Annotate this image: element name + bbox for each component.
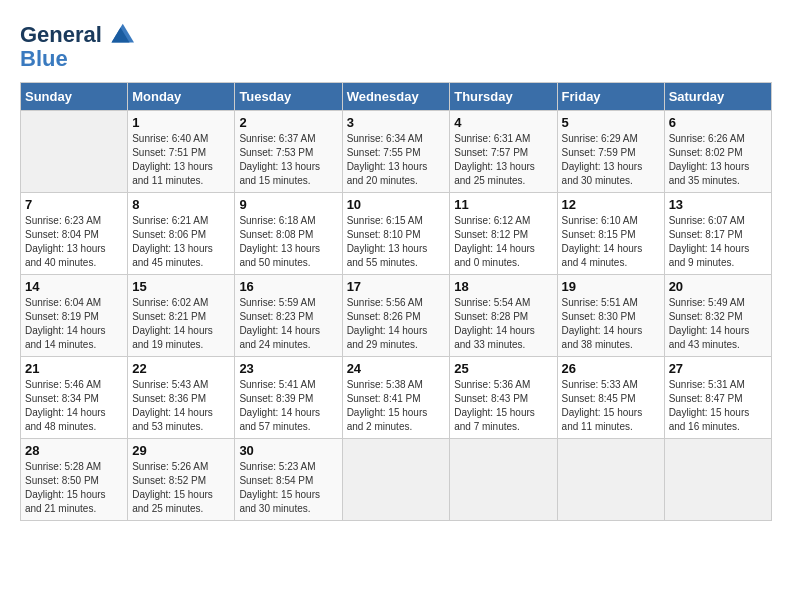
calendar-cell: 12Sunrise: 6:10 AMSunset: 8:15 PMDayligh… <box>557 193 664 275</box>
calendar-cell: 9Sunrise: 6:18 AMSunset: 8:08 PMDaylight… <box>235 193 342 275</box>
day-number: 11 <box>454 197 552 212</box>
calendar-cell: 7Sunrise: 6:23 AMSunset: 8:04 PMDaylight… <box>21 193 128 275</box>
calendar-cell <box>664 439 771 521</box>
calendar-cell: 26Sunrise: 5:33 AMSunset: 8:45 PMDayligh… <box>557 357 664 439</box>
day-info: Sunrise: 5:49 AMSunset: 8:32 PMDaylight:… <box>669 296 767 352</box>
calendar-cell: 25Sunrise: 5:36 AMSunset: 8:43 PMDayligh… <box>450 357 557 439</box>
calendar-cell: 3Sunrise: 6:34 AMSunset: 7:55 PMDaylight… <box>342 111 450 193</box>
calendar-cell: 1Sunrise: 6:40 AMSunset: 7:51 PMDaylight… <box>128 111 235 193</box>
day-info: Sunrise: 5:26 AMSunset: 8:52 PMDaylight:… <box>132 460 230 516</box>
day-number: 22 <box>132 361 230 376</box>
day-number: 29 <box>132 443 230 458</box>
day-info: Sunrise: 6:12 AMSunset: 8:12 PMDaylight:… <box>454 214 552 270</box>
calendar-cell: 22Sunrise: 5:43 AMSunset: 8:36 PMDayligh… <box>128 357 235 439</box>
day-info: Sunrise: 6:29 AMSunset: 7:59 PMDaylight:… <box>562 132 660 188</box>
day-number: 28 <box>25 443 123 458</box>
calendar-cell: 4Sunrise: 6:31 AMSunset: 7:57 PMDaylight… <box>450 111 557 193</box>
day-info: Sunrise: 5:23 AMSunset: 8:54 PMDaylight:… <box>239 460 337 516</box>
day-info: Sunrise: 5:28 AMSunset: 8:50 PMDaylight:… <box>25 460 123 516</box>
calendar-cell: 11Sunrise: 6:12 AMSunset: 8:12 PMDayligh… <box>450 193 557 275</box>
day-number: 8 <box>132 197 230 212</box>
day-number: 18 <box>454 279 552 294</box>
column-header-saturday: Saturday <box>664 83 771 111</box>
day-info: Sunrise: 6:26 AMSunset: 8:02 PMDaylight:… <box>669 132 767 188</box>
day-info: Sunrise: 6:31 AMSunset: 7:57 PMDaylight:… <box>454 132 552 188</box>
day-number: 10 <box>347 197 446 212</box>
column-header-friday: Friday <box>557 83 664 111</box>
day-number: 20 <box>669 279 767 294</box>
calendar-cell: 6Sunrise: 6:26 AMSunset: 8:02 PMDaylight… <box>664 111 771 193</box>
day-info: Sunrise: 6:18 AMSunset: 8:08 PMDaylight:… <box>239 214 337 270</box>
day-number: 1 <box>132 115 230 130</box>
calendar-cell <box>557 439 664 521</box>
day-info: Sunrise: 5:51 AMSunset: 8:30 PMDaylight:… <box>562 296 660 352</box>
day-number: 7 <box>25 197 123 212</box>
day-info: Sunrise: 6:34 AMSunset: 7:55 PMDaylight:… <box>347 132 446 188</box>
day-number: 25 <box>454 361 552 376</box>
day-info: Sunrise: 6:02 AMSunset: 8:21 PMDaylight:… <box>132 296 230 352</box>
calendar-cell: 14Sunrise: 6:04 AMSunset: 8:19 PMDayligh… <box>21 275 128 357</box>
calendar-cell: 27Sunrise: 5:31 AMSunset: 8:47 PMDayligh… <box>664 357 771 439</box>
calendar-week-row: 1Sunrise: 6:40 AMSunset: 7:51 PMDaylight… <box>21 111 772 193</box>
calendar-cell: 21Sunrise: 5:46 AMSunset: 8:34 PMDayligh… <box>21 357 128 439</box>
logo-icon <box>104 20 134 50</box>
day-info: Sunrise: 6:21 AMSunset: 8:06 PMDaylight:… <box>132 214 230 270</box>
calendar-cell: 29Sunrise: 5:26 AMSunset: 8:52 PMDayligh… <box>128 439 235 521</box>
calendar-cell <box>21 111 128 193</box>
calendar-cell: 10Sunrise: 6:15 AMSunset: 8:10 PMDayligh… <box>342 193 450 275</box>
day-info: Sunrise: 6:04 AMSunset: 8:19 PMDaylight:… <box>25 296 123 352</box>
day-number: 5 <box>562 115 660 130</box>
day-info: Sunrise: 5:33 AMSunset: 8:45 PMDaylight:… <box>562 378 660 434</box>
day-info: Sunrise: 5:31 AMSunset: 8:47 PMDaylight:… <box>669 378 767 434</box>
day-info: Sunrise: 6:10 AMSunset: 8:15 PMDaylight:… <box>562 214 660 270</box>
day-number: 17 <box>347 279 446 294</box>
calendar-cell: 30Sunrise: 5:23 AMSunset: 8:54 PMDayligh… <box>235 439 342 521</box>
calendar-cell: 13Sunrise: 6:07 AMSunset: 8:17 PMDayligh… <box>664 193 771 275</box>
calendar-cell: 28Sunrise: 5:28 AMSunset: 8:50 PMDayligh… <box>21 439 128 521</box>
day-number: 2 <box>239 115 337 130</box>
day-info: Sunrise: 5:46 AMSunset: 8:34 PMDaylight:… <box>25 378 123 434</box>
logo-text: General <box>20 23 102 47</box>
calendar-cell <box>450 439 557 521</box>
day-info: Sunrise: 5:59 AMSunset: 8:23 PMDaylight:… <box>239 296 337 352</box>
day-info: Sunrise: 5:54 AMSunset: 8:28 PMDaylight:… <box>454 296 552 352</box>
calendar-week-row: 21Sunrise: 5:46 AMSunset: 8:34 PMDayligh… <box>21 357 772 439</box>
logo: General Blue <box>20 20 134 72</box>
day-info: Sunrise: 6:40 AMSunset: 7:51 PMDaylight:… <box>132 132 230 188</box>
day-number: 14 <box>25 279 123 294</box>
page-header: General Blue <box>20 20 772 72</box>
calendar-cell: 15Sunrise: 6:02 AMSunset: 8:21 PMDayligh… <box>128 275 235 357</box>
day-info: Sunrise: 6:37 AMSunset: 7:53 PMDaylight:… <box>239 132 337 188</box>
day-number: 4 <box>454 115 552 130</box>
calendar-week-row: 14Sunrise: 6:04 AMSunset: 8:19 PMDayligh… <box>21 275 772 357</box>
day-info: Sunrise: 5:41 AMSunset: 8:39 PMDaylight:… <box>239 378 337 434</box>
calendar-week-row: 28Sunrise: 5:28 AMSunset: 8:50 PMDayligh… <box>21 439 772 521</box>
day-number: 13 <box>669 197 767 212</box>
day-number: 27 <box>669 361 767 376</box>
calendar-cell: 24Sunrise: 5:38 AMSunset: 8:41 PMDayligh… <box>342 357 450 439</box>
calendar-cell: 17Sunrise: 5:56 AMSunset: 8:26 PMDayligh… <box>342 275 450 357</box>
calendar-table: SundayMondayTuesdayWednesdayThursdayFrid… <box>20 82 772 521</box>
column-header-monday: Monday <box>128 83 235 111</box>
day-number: 15 <box>132 279 230 294</box>
calendar-cell <box>342 439 450 521</box>
day-number: 30 <box>239 443 337 458</box>
day-info: Sunrise: 5:56 AMSunset: 8:26 PMDaylight:… <box>347 296 446 352</box>
day-info: Sunrise: 6:07 AMSunset: 8:17 PMDaylight:… <box>669 214 767 270</box>
calendar-cell: 20Sunrise: 5:49 AMSunset: 8:32 PMDayligh… <box>664 275 771 357</box>
day-info: Sunrise: 5:38 AMSunset: 8:41 PMDaylight:… <box>347 378 446 434</box>
day-number: 21 <box>25 361 123 376</box>
day-info: Sunrise: 5:43 AMSunset: 8:36 PMDaylight:… <box>132 378 230 434</box>
column-header-wednesday: Wednesday <box>342 83 450 111</box>
calendar-week-row: 7Sunrise: 6:23 AMSunset: 8:04 PMDaylight… <box>21 193 772 275</box>
calendar-cell: 23Sunrise: 5:41 AMSunset: 8:39 PMDayligh… <box>235 357 342 439</box>
calendar-cell: 8Sunrise: 6:21 AMSunset: 8:06 PMDaylight… <box>128 193 235 275</box>
calendar-cell: 18Sunrise: 5:54 AMSunset: 8:28 PMDayligh… <box>450 275 557 357</box>
calendar-cell: 19Sunrise: 5:51 AMSunset: 8:30 PMDayligh… <box>557 275 664 357</box>
calendar-cell: 2Sunrise: 6:37 AMSunset: 7:53 PMDaylight… <box>235 111 342 193</box>
logo-general: General <box>20 22 102 47</box>
day-number: 26 <box>562 361 660 376</box>
day-number: 16 <box>239 279 337 294</box>
calendar-cell: 5Sunrise: 6:29 AMSunset: 7:59 PMDaylight… <box>557 111 664 193</box>
day-info: Sunrise: 5:36 AMSunset: 8:43 PMDaylight:… <box>454 378 552 434</box>
